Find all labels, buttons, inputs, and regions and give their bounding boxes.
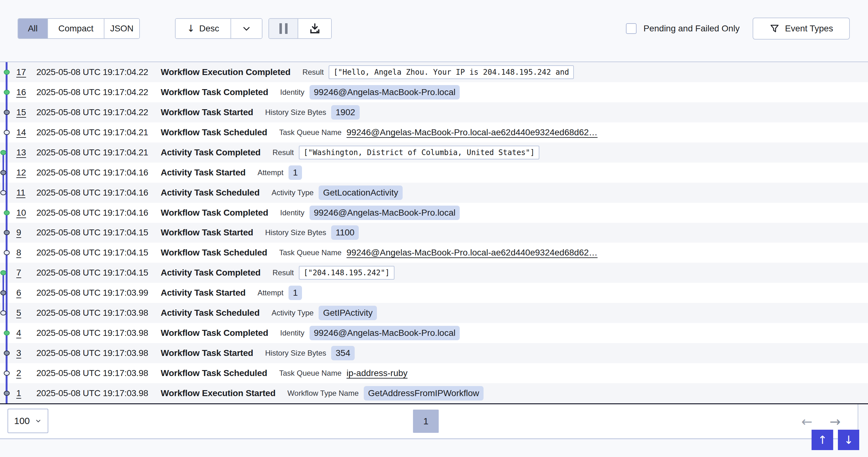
event-detail-value: 1902 bbox=[331, 105, 360, 120]
task-queue-link[interactable]: 99246@Angelas-MacBook-Pro.local-ae62d440… bbox=[346, 127, 598, 138]
event-id-link[interactable]: 13 bbox=[16, 147, 28, 158]
event-row[interactable]: 3 2025-05-08 UTC 19:17:03.98 Workflow Ta… bbox=[0, 343, 868, 363]
sort-desc-button[interactable]: ↓ Desc bbox=[176, 19, 231, 38]
event-timestamp: 2025-05-08 UTC 19:17:04.15 bbox=[36, 228, 148, 237]
download-button[interactable] bbox=[298, 19, 331, 38]
tab-compact[interactable]: Compact bbox=[48, 19, 104, 38]
scroll-to-bottom-button[interactable]: ↓ bbox=[838, 430, 859, 450]
tab-json[interactable]: JSON bbox=[104, 19, 139, 38]
event-timestamp: 2025-05-08 UTC 19:17:04.21 bbox=[36, 127, 148, 138]
event-timestamp: 2025-05-08 UTC 19:17:04.15 bbox=[36, 268, 148, 278]
arrow-right-icon: → bbox=[830, 414, 840, 429]
event-row[interactable]: 15 2025-05-08 UTC 19:17:04.22 Workflow T… bbox=[0, 102, 868, 122]
arrow-left-icon: ← bbox=[801, 414, 812, 429]
event-name: Workflow Task Completed bbox=[160, 328, 268, 338]
event-timestamp: 2025-05-08 UTC 19:17:04.16 bbox=[36, 168, 148, 178]
event-timestamp: 2025-05-08 UTC 19:17:03.98 bbox=[36, 388, 148, 398]
pending-failed-label[interactable]: Pending and Failed Only bbox=[644, 18, 740, 39]
event-detail-label: Activity Type bbox=[272, 188, 314, 197]
sort-control: ↓ Desc bbox=[175, 18, 262, 39]
event-row[interactable]: 2 2025-05-08 UTC 19:17:03.98 Workflow Ta… bbox=[0, 363, 868, 383]
tab-all[interactable]: All bbox=[18, 19, 48, 38]
sort-options-dropdown[interactable] bbox=[231, 19, 262, 38]
event-id-link[interactable]: 16 bbox=[16, 87, 28, 97]
task-queue-link[interactable]: ip-address-ruby bbox=[346, 368, 408, 378]
event-status-dot bbox=[4, 130, 10, 135]
event-id-link[interactable]: 15 bbox=[16, 107, 28, 117]
event-detail-label: Result bbox=[273, 148, 294, 157]
event-rows: 17 2025-05-08 UTC 19:17:04.22 Workflow E… bbox=[0, 62, 868, 403]
event-row[interactable]: 13 2025-05-08 UTC 19:17:04.21 Activity T… bbox=[0, 143, 868, 163]
event-row[interactable]: 12 2025-05-08 UTC 19:17:04.16 Activity T… bbox=[0, 163, 868, 183]
scroll-to-top-button[interactable]: ↑ bbox=[811, 430, 833, 450]
event-row[interactable]: 1 2025-05-08 UTC 19:17:03.98 Workflow Ex… bbox=[0, 383, 868, 403]
filter-funnel-icon bbox=[769, 23, 780, 34]
event-name: Activity Task Completed bbox=[160, 268, 260, 278]
event-timestamp: 2025-05-08 UTC 19:17:03.98 bbox=[36, 368, 148, 378]
prev-page-button[interactable]: ← bbox=[796, 410, 818, 432]
event-id-link[interactable]: 6 bbox=[16, 288, 28, 298]
event-detail-value: 1100 bbox=[331, 225, 359, 240]
event-detail-label: History Size Bytes bbox=[265, 349, 327, 358]
event-types-button[interactable]: Event Types bbox=[753, 18, 850, 39]
event-detail-value: GetIPActivity bbox=[319, 306, 377, 320]
event-row[interactable]: 8 2025-05-08 UTC 19:17:04.15 Workflow Ta… bbox=[0, 242, 868, 263]
event-name: Activity Task Started bbox=[160, 168, 246, 178]
event-name: Activity Task Scheduled bbox=[160, 308, 259, 318]
page-size-select[interactable]: 100 bbox=[7, 409, 48, 433]
event-name: Activity Task Completed bbox=[160, 147, 260, 158]
event-status-dot bbox=[4, 250, 10, 255]
event-row[interactable]: 10 2025-05-08 UTC 19:17:04.16 Workflow T… bbox=[0, 203, 868, 223]
event-timestamp: 2025-05-08 UTC 19:17:04.16 bbox=[36, 208, 148, 218]
event-timestamp: 2025-05-08 UTC 19:17:03.98 bbox=[36, 308, 148, 318]
event-name: Workflow Task Started bbox=[160, 348, 253, 358]
event-id-link[interactable]: 14 bbox=[16, 127, 28, 138]
event-timestamp: 2025-05-08 UTC 19:17:04.21 bbox=[36, 147, 148, 158]
event-row[interactable]: 4 2025-05-08 UTC 19:17:03.98 Workflow Ta… bbox=[0, 323, 868, 343]
event-id-link[interactable]: 2 bbox=[16, 368, 28, 378]
event-id-link[interactable]: 11 bbox=[16, 188, 28, 198]
page-size-value: 100 bbox=[14, 416, 30, 426]
event-id-link[interactable]: 7 bbox=[16, 268, 28, 278]
event-detail-value: ["204.148.195.242"] bbox=[299, 266, 395, 280]
arrow-up-icon: ↑ bbox=[817, 433, 827, 446]
event-id-link[interactable]: 17 bbox=[16, 67, 28, 77]
event-row[interactable]: 14 2025-05-08 UTC 19:17:04.21 Workflow T… bbox=[0, 122, 868, 143]
event-row[interactable]: 7 2025-05-08 UTC 19:17:04.15 Activity Ta… bbox=[0, 263, 868, 283]
event-detail-label: Identity bbox=[280, 88, 304, 97]
event-name: Workflow Task Started bbox=[160, 107, 253, 117]
pause-button[interactable] bbox=[269, 19, 298, 38]
event-timestamp: 2025-05-08 UTC 19:17:04.16 bbox=[36, 188, 148, 198]
event-row[interactable]: 11 2025-05-08 UTC 19:17:04.16 Activity T… bbox=[0, 183, 868, 203]
view-mode-tabs: All Compact JSON bbox=[18, 18, 140, 39]
event-id-link[interactable]: 10 bbox=[16, 208, 28, 218]
event-id-link[interactable]: 3 bbox=[16, 348, 28, 358]
event-id-link[interactable]: 9 bbox=[16, 228, 28, 237]
event-detail-label: Task Queue Name bbox=[279, 128, 341, 137]
page-number-button[interactable]: 1 bbox=[413, 409, 439, 433]
event-row[interactable]: 17 2025-05-08 UTC 19:17:04.22 Workflow E… bbox=[0, 62, 868, 82]
event-row[interactable]: 5 2025-05-08 UTC 19:17:03.98 Activity Ta… bbox=[0, 303, 868, 323]
pending-failed-checkbox[interactable] bbox=[626, 23, 637, 34]
event-id-link[interactable]: 8 bbox=[16, 248, 28, 258]
event-status-dot bbox=[4, 351, 10, 355]
event-row[interactable]: 6 2025-05-08 UTC 19:17:03.99 Activity Ta… bbox=[0, 283, 868, 303]
event-timestamp: 2025-05-08 UTC 19:17:04.22 bbox=[36, 107, 148, 117]
next-page-button[interactable]: → bbox=[824, 410, 846, 432]
event-status-dot bbox=[0, 170, 6, 175]
event-row[interactable]: 16 2025-05-08 UTC 19:17:04.22 Workflow T… bbox=[0, 82, 868, 102]
event-status-dot bbox=[4, 331, 10, 336]
event-detail-value: GetLocationActivity bbox=[319, 185, 403, 200]
event-row[interactable]: 9 2025-05-08 UTC 19:17:04.15 Workflow Ta… bbox=[0, 223, 868, 243]
task-queue-link[interactable]: 99246@Angelas-MacBook-Pro.local-ae62d440… bbox=[346, 248, 598, 258]
event-id-link[interactable]: 1 bbox=[16, 388, 28, 398]
event-name: Workflow Task Scheduled bbox=[160, 127, 267, 138]
arrow-down-icon: ↓ bbox=[187, 24, 195, 33]
event-id-link[interactable]: 5 bbox=[16, 308, 28, 318]
event-detail-value: ["Hello, Angela Zhou. Your IP is 204.148… bbox=[329, 65, 574, 79]
event-detail-label: Task Queue Name bbox=[279, 369, 341, 378]
event-detail-value: 99246@Angelas-MacBook-Pro.local bbox=[310, 85, 460, 99]
event-timestamp: 2025-05-08 UTC 19:17:03.98 bbox=[36, 348, 148, 358]
event-id-link[interactable]: 4 bbox=[16, 328, 28, 338]
event-id-link[interactable]: 12 bbox=[16, 168, 28, 178]
